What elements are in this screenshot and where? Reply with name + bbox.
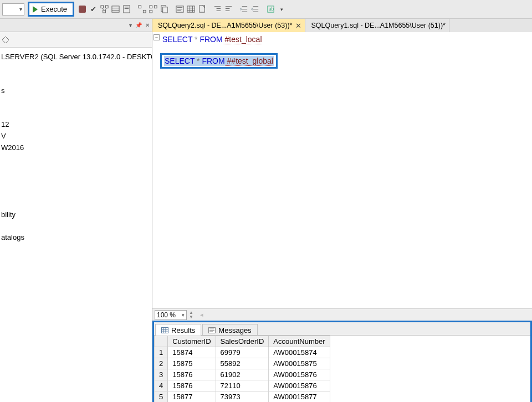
cell[interactable]: AW00015876 bbox=[269, 369, 330, 380]
results-panel: Results Messages CustomerIDSalesOrderIDA… bbox=[152, 321, 532, 402]
tree-item[interactable]: V bbox=[0, 130, 152, 142]
cell[interactable]: 15876 bbox=[168, 380, 216, 391]
table-row[interactable]: 21587555892AW00015875 bbox=[155, 358, 330, 369]
row-number[interactable]: 2 bbox=[155, 358, 168, 369]
cell[interactable]: 73973 bbox=[216, 391, 269, 403]
code-line-1[interactable]: SELECT * FROM #test_local bbox=[162, 34, 532, 44]
svg-rect-8 bbox=[124, 6, 130, 13]
plan3-icon bbox=[149, 5, 157, 13]
tab-close-icon[interactable]: ✕ bbox=[295, 22, 301, 30]
cell[interactable]: 61902 bbox=[216, 369, 269, 380]
svg-rect-5 bbox=[112, 6, 119, 12]
row-header-blank bbox=[155, 336, 168, 347]
table-row[interactable]: 41587672110AW00015876 bbox=[155, 380, 330, 391]
connect-icon[interactable] bbox=[1, 35, 10, 44]
tree-item[interactable] bbox=[0, 176, 152, 187]
table-row[interactable]: 11587469979AW00015874 bbox=[155, 347, 330, 358]
plan2-icon bbox=[138, 5, 146, 13]
execute-button[interactable]: Execute bbox=[28, 2, 74, 17]
close-icon[interactable]: ✕ bbox=[144, 22, 151, 28]
tree-server-node[interactable]: LSERVER2 (SQL Server 13.0.1742.0 - DESKT… bbox=[0, 51, 152, 63]
tab-messages[interactable]: Messages bbox=[202, 324, 257, 336]
cell[interactable]: 55892 bbox=[216, 358, 269, 369]
row-number[interactable]: 3 bbox=[155, 369, 168, 380]
document-tab[interactable]: SQLQuery2.sql - DE...A1M5655\User (53))*… bbox=[152, 19, 305, 32]
grid2-icon bbox=[187, 5, 195, 13]
tree-item[interactable] bbox=[0, 153, 152, 164]
plan-icon bbox=[100, 5, 109, 13]
parse-button[interactable]: ✔ bbox=[89, 4, 99, 14]
tree-item[interactable]: bility bbox=[0, 209, 152, 220]
intellisense-button[interactable] bbox=[122, 4, 132, 14]
cell[interactable]: 69979 bbox=[216, 347, 269, 358]
tree-item[interactable]: 12 bbox=[0, 118, 152, 130]
cell[interactable]: 15874 bbox=[168, 347, 216, 358]
tree-item[interactable] bbox=[0, 164, 152, 176]
svg-rect-2 bbox=[103, 10, 106, 13]
results-grid[interactable]: CustomerIDSalesOrderIDAccountNumber 1158… bbox=[154, 336, 330, 402]
table-row[interactable]: 51587773973AW00015877 bbox=[155, 391, 330, 403]
cell[interactable]: 15875 bbox=[168, 358, 216, 369]
tab-results[interactable]: Results bbox=[155, 324, 201, 336]
stop-button[interactable] bbox=[78, 4, 88, 14]
results-grid-button[interactable] bbox=[186, 4, 196, 14]
sql-editor[interactable]: − SELECT * FROM #test_local SELECT * FRO… bbox=[152, 32, 532, 308]
panel-menu-icon[interactable]: ▾ bbox=[128, 22, 133, 28]
zoom-value: 100 % bbox=[157, 311, 176, 319]
indent-icon bbox=[213, 5, 222, 13]
cell[interactable]: AW00015876 bbox=[269, 380, 330, 391]
column-header[interactable]: CustomerID bbox=[168, 336, 216, 347]
svg-rect-22 bbox=[187, 6, 195, 12]
code-line-2[interactable]: SELECT * FROM ##test_global bbox=[164, 56, 274, 66]
tree-item[interactable]: s bbox=[0, 85, 152, 96]
object-explorer-tree[interactable]: LSERVER2 (SQL Server 13.0.1742.0 - DESKT… bbox=[0, 48, 152, 402]
database-dropdown[interactable] bbox=[2, 3, 24, 16]
column-header[interactable]: SalesOrderID bbox=[216, 336, 269, 347]
cell[interactable]: AW00015877 bbox=[269, 391, 330, 403]
document-tab[interactable]: SQLQuery1.sql - DE...A1M5655\User (51))* bbox=[305, 19, 449, 32]
tree-item[interactable] bbox=[0, 220, 152, 231]
comment-button[interactable] bbox=[213, 4, 223, 14]
cell[interactable]: AW00015875 bbox=[269, 358, 330, 369]
tree-item[interactable] bbox=[0, 96, 152, 118]
live-stats-button[interactable] bbox=[149, 4, 158, 14]
svg-rect-1 bbox=[106, 6, 109, 8]
outdent-button[interactable] bbox=[250, 4, 260, 14]
tree-item[interactable]: W2016 bbox=[0, 142, 152, 153]
column-header[interactable]: AccountNumber bbox=[269, 336, 330, 347]
indent-button[interactable] bbox=[239, 4, 249, 14]
row-number[interactable]: 1 bbox=[155, 347, 168, 358]
results-text-button[interactable] bbox=[175, 4, 185, 14]
tree-item[interactable] bbox=[0, 187, 152, 198]
uncomment-button[interactable] bbox=[224, 4, 234, 14]
scroll-left-icon[interactable]: ◂ bbox=[200, 311, 203, 318]
fold-toggle[interactable]: − bbox=[154, 34, 160, 40]
row-number[interactable]: 5 bbox=[155, 391, 168, 403]
results-file-button[interactable] bbox=[197, 4, 207, 14]
specify-values-button[interactable]: ab bbox=[266, 4, 276, 14]
cell[interactable]: AW00015874 bbox=[269, 347, 330, 358]
text-icon bbox=[176, 5, 184, 13]
actual-plan-button[interactable] bbox=[137, 4, 147, 14]
stop-icon bbox=[79, 6, 86, 13]
zoom-dropdown[interactable]: 100 % bbox=[155, 310, 187, 320]
svg-rect-42 bbox=[162, 327, 168, 333]
client-stats-button[interactable] bbox=[160, 4, 170, 14]
pin-icon[interactable]: 📌 bbox=[134, 22, 143, 28]
row-number[interactable]: 4 bbox=[155, 380, 168, 391]
cell[interactable]: 15876 bbox=[168, 369, 216, 380]
zoom-stepper[interactable]: ▲▼ bbox=[189, 311, 196, 319]
estimated-plan-button[interactable] bbox=[100, 4, 110, 14]
tree-item[interactable]: atalogs bbox=[0, 231, 152, 243]
tree-item[interactable] bbox=[0, 198, 152, 209]
highlighted-query: SELECT * FROM ##test_global bbox=[160, 53, 278, 69]
ind-icon bbox=[240, 5, 248, 13]
cell[interactable]: 15877 bbox=[168, 391, 216, 403]
main-toolbar: Execute ✔ ab ▾ bbox=[0, 0, 532, 19]
table-row[interactable]: 31587661902AW00015876 bbox=[155, 369, 330, 380]
svg-rect-13 bbox=[150, 6, 152, 8]
vals-icon: ab bbox=[267, 5, 275, 13]
toolbar-overflow[interactable]: ▾ bbox=[277, 4, 287, 14]
query-options-button[interactable] bbox=[111, 4, 121, 14]
cell[interactable]: 72110 bbox=[216, 380, 269, 391]
